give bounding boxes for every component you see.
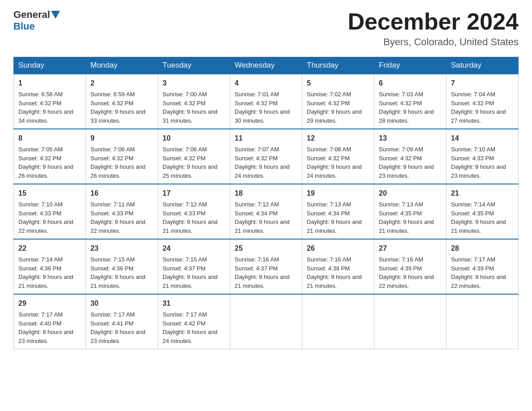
calendar-cell bbox=[230, 294, 302, 349]
sunrise-text: Sunrise: 7:12 AM bbox=[163, 201, 207, 208]
day-number: 28 bbox=[451, 243, 514, 254]
sunrise-text: Sunrise: 7:16 AM bbox=[235, 256, 279, 263]
sunset-text: Sunset: 4:32 PM bbox=[379, 100, 422, 107]
calendar-cell bbox=[302, 294, 374, 349]
sunrise-text: Sunrise: 7:17 AM bbox=[18, 311, 63, 318]
location-text: Byers, Colorado, United States bbox=[348, 36, 519, 48]
calendar-cell: 12 Sunrise: 7:08 AM Sunset: 4:32 PM Dayl… bbox=[302, 129, 374, 184]
calendar-cell: 21 Sunrise: 7:14 AM Sunset: 4:35 PM Dayl… bbox=[446, 184, 519, 239]
sunset-text: Sunset: 4:37 PM bbox=[235, 265, 278, 272]
daylight-text: Daylight: 9 hours and 31 minutes. bbox=[163, 108, 218, 124]
calendar-cell: 8 Sunrise: 7:05 AM Sunset: 4:32 PM Dayli… bbox=[14, 129, 86, 184]
calendar-cell: 18 Sunrise: 7:12 AM Sunset: 4:34 PM Dayl… bbox=[230, 184, 302, 239]
sunrise-text: Sunrise: 7:16 AM bbox=[307, 256, 351, 263]
daylight-text: Daylight: 9 hours and 23 minutes. bbox=[90, 329, 146, 344]
day-number: 26 bbox=[307, 243, 369, 254]
sunset-text: Sunset: 4:32 PM bbox=[235, 155, 278, 162]
day-number: 29 bbox=[18, 298, 81, 309]
day-number: 13 bbox=[379, 133, 442, 144]
sunrise-text: Sunrise: 7:14 AM bbox=[18, 256, 63, 263]
calendar-cell: 26 Sunrise: 7:16 AM Sunset: 4:38 PM Dayl… bbox=[302, 239, 374, 294]
week-row-4: 29 Sunrise: 7:17 AM Sunset: 4:40 PM Dayl… bbox=[14, 294, 519, 349]
daylight-text: Daylight: 9 hours and 21 minutes. bbox=[379, 218, 434, 234]
sunset-text: Sunset: 4:33 PM bbox=[451, 155, 494, 162]
logo-blue-text: Blue bbox=[13, 21, 35, 32]
weekday-header-wednesday: Wednesday bbox=[230, 57, 302, 74]
daylight-text: Daylight: 9 hours and 24 minutes. bbox=[307, 163, 362, 179]
day-number: 12 bbox=[307, 133, 369, 144]
day-number: 8 bbox=[18, 133, 81, 144]
sunrise-text: Sunrise: 7:17 AM bbox=[90, 311, 135, 318]
sunset-text: Sunset: 4:37 PM bbox=[163, 265, 206, 272]
day-number: 27 bbox=[379, 243, 442, 254]
sunset-text: Sunset: 4:36 PM bbox=[90, 265, 133, 272]
month-title: December 2024 bbox=[348, 9, 519, 34]
weekday-header-friday: Friday bbox=[374, 57, 446, 74]
sunrise-text: Sunrise: 7:06 AM bbox=[163, 146, 207, 153]
logo: General Blue bbox=[13, 9, 61, 32]
daylight-text: Daylight: 9 hours and 22 minutes. bbox=[18, 218, 73, 234]
day-number: 25 bbox=[235, 243, 297, 254]
calendar-cell: 1 Sunrise: 6:58 AM Sunset: 4:32 PM Dayli… bbox=[14, 74, 86, 129]
calendar-cell: 19 Sunrise: 7:13 AM Sunset: 4:34 PM Dayl… bbox=[302, 184, 374, 239]
calendar-cell: 9 Sunrise: 7:06 AM Sunset: 4:32 PM Dayli… bbox=[86, 129, 158, 184]
sunset-text: Sunset: 4:32 PM bbox=[163, 100, 206, 107]
sunset-text: Sunset: 4:40 PM bbox=[18, 320, 61, 327]
day-number: 7 bbox=[451, 78, 514, 89]
daylight-text: Daylight: 9 hours and 28 minutes. bbox=[379, 108, 434, 124]
sunset-text: Sunset: 4:32 PM bbox=[163, 155, 206, 162]
sunrise-text: Sunrise: 7:03 AM bbox=[379, 91, 423, 98]
sunrise-text: Sunrise: 7:17 AM bbox=[163, 311, 207, 318]
day-number: 30 bbox=[90, 298, 153, 309]
sunrise-text: Sunrise: 7:08 AM bbox=[307, 146, 351, 153]
sunset-text: Sunset: 4:38 PM bbox=[307, 265, 350, 272]
day-number: 20 bbox=[379, 188, 442, 199]
sunset-text: Sunset: 4:32 PM bbox=[307, 100, 350, 107]
daylight-text: Daylight: 9 hours and 21 minutes. bbox=[235, 274, 290, 289]
calendar-cell: 20 Sunrise: 7:13 AM Sunset: 4:35 PM Dayl… bbox=[374, 184, 446, 239]
calendar-cell: 13 Sunrise: 7:09 AM Sunset: 4:32 PM Dayl… bbox=[374, 129, 446, 184]
weekday-header-saturday: Saturday bbox=[446, 57, 519, 74]
calendar-body: 1 Sunrise: 6:58 AM Sunset: 4:32 PM Dayli… bbox=[14, 74, 519, 349]
sunset-text: Sunset: 4:32 PM bbox=[235, 100, 278, 107]
sunrise-text: Sunrise: 7:10 AM bbox=[451, 146, 495, 153]
sunrise-text: Sunrise: 7:04 AM bbox=[451, 91, 495, 98]
daylight-text: Daylight: 9 hours and 24 minutes. bbox=[235, 163, 290, 179]
sunset-text: Sunset: 4:34 PM bbox=[235, 210, 278, 217]
sunrise-text: Sunrise: 7:10 AM bbox=[18, 201, 63, 208]
daylight-text: Daylight: 9 hours and 25 minutes. bbox=[163, 163, 218, 179]
sunset-text: Sunset: 4:35 PM bbox=[379, 210, 422, 217]
daylight-text: Daylight: 9 hours and 23 minutes. bbox=[18, 329, 73, 344]
sunset-text: Sunset: 4:32 PM bbox=[307, 155, 350, 162]
daylight-text: Daylight: 9 hours and 21 minutes. bbox=[163, 274, 218, 289]
logo-general-text: General bbox=[13, 9, 50, 21]
calendar-cell: 10 Sunrise: 7:06 AM Sunset: 4:32 PM Dayl… bbox=[158, 129, 230, 184]
day-number: 4 bbox=[235, 78, 297, 89]
daylight-text: Daylight: 9 hours and 33 minutes. bbox=[90, 108, 146, 124]
sunset-text: Sunset: 4:32 PM bbox=[90, 100, 133, 107]
daylight-text: Daylight: 9 hours and 21 minutes. bbox=[451, 218, 506, 234]
sunset-text: Sunset: 4:35 PM bbox=[451, 210, 494, 217]
sunrise-text: Sunrise: 7:14 AM bbox=[451, 201, 495, 208]
daylight-text: Daylight: 9 hours and 21 minutes. bbox=[163, 218, 218, 234]
day-number: 16 bbox=[90, 188, 153, 199]
daylight-text: Daylight: 9 hours and 34 minutes. bbox=[18, 108, 73, 124]
week-row-3: 22 Sunrise: 7:14 AM Sunset: 4:36 PM Dayl… bbox=[14, 239, 519, 294]
calendar-cell: 28 Sunrise: 7:17 AM Sunset: 4:39 PM Dayl… bbox=[446, 239, 519, 294]
calendar-cell: 6 Sunrise: 7:03 AM Sunset: 4:32 PM Dayli… bbox=[374, 74, 446, 129]
daylight-text: Daylight: 9 hours and 23 minutes. bbox=[451, 163, 506, 179]
sunrise-text: Sunrise: 7:11 AM bbox=[90, 201, 135, 208]
week-row-2: 15 Sunrise: 7:10 AM Sunset: 4:33 PM Dayl… bbox=[14, 184, 519, 239]
sunrise-text: Sunrise: 6:58 AM bbox=[18, 91, 63, 98]
sunrise-text: Sunrise: 6:59 AM bbox=[90, 91, 135, 98]
calendar-cell: 15 Sunrise: 7:10 AM Sunset: 4:33 PM Dayl… bbox=[14, 184, 86, 239]
calendar-cell: 29 Sunrise: 7:17 AM Sunset: 4:40 PM Dayl… bbox=[14, 294, 86, 349]
day-number: 19 bbox=[307, 188, 369, 199]
day-number: 3 bbox=[163, 78, 225, 89]
calendar-cell bbox=[446, 294, 519, 349]
weekday-header-row: SundayMondayTuesdayWednesdayThursdayFrid… bbox=[14, 57, 519, 74]
daylight-text: Daylight: 9 hours and 21 minutes. bbox=[307, 218, 362, 234]
sunset-text: Sunset: 4:33 PM bbox=[90, 210, 133, 217]
sunset-text: Sunset: 4:33 PM bbox=[18, 210, 61, 217]
sunrise-text: Sunrise: 7:13 AM bbox=[379, 201, 423, 208]
